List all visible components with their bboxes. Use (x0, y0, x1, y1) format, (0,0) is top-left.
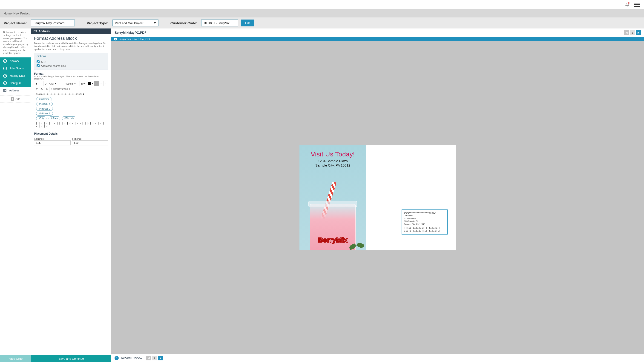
subscript-button[interactable]: X₁ (39, 87, 44, 92)
add-button[interactable]: + Add (0, 96, 31, 102)
address-block-preview: 0*0*0*************************SNGLP John… (402, 209, 448, 234)
x-label: X (inches) (34, 138, 44, 140)
step-mailing-data[interactable]: ✓ Mailing Data (0, 72, 31, 79)
collapse-icon[interactable]: ⌃ (114, 356, 119, 360)
chevron-down-icon (74, 83, 76, 84)
address-editor[interactable]: 0*0*0*************************SNGLP #Ful… (34, 92, 108, 129)
envelope-icon (34, 30, 37, 33)
step-print-specs[interactable]: ✓ Print Specs (0, 65, 31, 72)
postcard-address2: Sample City, PA 15012 (315, 163, 350, 167)
notifications-icon[interactable] (625, 2, 629, 7)
acs-checkbox[interactable] (36, 60, 40, 63)
placement-header: Placement Details (34, 132, 108, 136)
chip-account[interactable]: #Account # (36, 102, 53, 106)
check-icon: ✓ (3, 81, 7, 85)
breadcrumb-home[interactable]: Home (4, 12, 12, 15)
record-next-button[interactable]: ▶ (158, 356, 163, 361)
check-icon: ✓ (3, 59, 7, 63)
page-prev-button[interactable]: ◀ (624, 30, 629, 35)
chip-zipcode[interactable]: #Zipcode (62, 116, 76, 120)
align-left-button[interactable]: ≡ (94, 81, 99, 86)
panel-description: Format the address block with the variab… (34, 42, 108, 51)
customer-code-input[interactable] (201, 19, 238, 26)
chevron-down-icon (84, 83, 86, 84)
postcard-address1: 1234 Sample Plaza (318, 159, 348, 163)
chip-address2[interactable]: #Address 2 (36, 107, 53, 111)
chip-state[interactable]: #State (48, 116, 60, 120)
breadcrumb-current: New Project (13, 12, 30, 15)
font-weight-select[interactable]: Regular (64, 81, 80, 86)
chevron-down-icon (154, 22, 156, 24)
options-header: Options (36, 55, 106, 59)
step-configure[interactable]: ✓ Configure (0, 79, 31, 87)
y-input[interactable] (72, 140, 108, 145)
font-family-select[interactable]: Arial (48, 81, 64, 86)
help-text: Below are the required settings needed t… (0, 28, 31, 57)
check-icon: ✓ (3, 67, 7, 70)
menu-icon[interactable] (634, 3, 640, 7)
project-type-label: Project Type: (87, 21, 108, 25)
step-artwork[interactable]: ✓ Artwork (0, 57, 31, 65)
page-next-button[interactable]: ▶ (636, 30, 641, 35)
place-order-button[interactable]: Place Order (0, 355, 31, 362)
proof-warning: i This preview is not a final proof (111, 37, 644, 41)
preview-filename: BerryMixMayPC.PDF (114, 31, 146, 34)
format-sub: To add a variable type the # symbol in t… (34, 75, 108, 80)
bold-button[interactable]: B (34, 81, 39, 86)
italic-button[interactable]: I (39, 81, 44, 86)
superscript-button[interactable]: X¹ (34, 87, 39, 92)
y-label: Y (inches) (72, 138, 82, 140)
barcode-preview: |||ɪɪ|ɪɪ|ɪ|ɪɪ||ɪ|ɪɪ|ɪ|ɪ||ɪɪɪ|ɪ||ɪ|ɪɪɪ||ɪ… (36, 122, 107, 128)
panel-title: Format Address Block (34, 36, 108, 41)
chevron-down-icon (55, 83, 56, 84)
align-center-button[interactable]: ≡ (99, 81, 104, 86)
brand-logo: BerryMix (318, 236, 348, 244)
align-right-button[interactable]: ≡ (104, 81, 108, 86)
chip-address1[interactable]: #Address 1 (36, 112, 53, 116)
step-address[interactable]: Address (0, 87, 31, 94)
save-continue-button[interactable]: Save and Continue (31, 355, 111, 362)
page-number: 2 (630, 30, 635, 35)
option-endorse[interactable]: Address/Endorse Line (36, 64, 106, 67)
x-input[interactable] (34, 140, 70, 145)
chip-city[interactable]: #City (36, 116, 46, 120)
chevron-down-icon (92, 83, 93, 84)
postcard-headline: Visit Us Today! (311, 151, 355, 158)
breadcrumb: Home > New Project (0, 9, 644, 17)
record-preview-label: Record Preview (121, 356, 142, 360)
panel-header: Address (31, 28, 111, 34)
record-pager: ◀ 2 ▶ (146, 356, 163, 361)
color-picker[interactable] (87, 81, 94, 86)
project-name-label: Project Name: (4, 21, 27, 25)
format-header: Format (34, 72, 108, 75)
check-icon: ✓ (3, 74, 7, 78)
strikethrough-button[interactable]: S (44, 87, 50, 92)
postcard-preview: Visit Us Today! 1234 Sample Plaza Sample… (300, 145, 456, 250)
page-pager: ◀ 2 ▶ (624, 30, 641, 35)
customer-code-label: Customer Code: (170, 21, 197, 25)
insert-variable-select[interactable]: < #insert variable > (50, 87, 86, 92)
font-size-select[interactable]: 10 (80, 81, 87, 86)
project-name-input[interactable] (31, 19, 75, 26)
envelope-icon (3, 89, 6, 92)
record-number: 2 (152, 356, 157, 361)
info-icon: i (114, 38, 117, 40)
plus-icon: + (11, 97, 14, 101)
edit-button[interactable]: Edit (241, 19, 254, 26)
record-prev-button[interactable]: ◀ (146, 356, 151, 361)
endorse-checkbox[interactable] (36, 64, 40, 67)
underline-button[interactable]: U (44, 81, 48, 86)
option-acs[interactable]: ACS (36, 60, 106, 63)
chip-fullname[interactable]: #Fullname (36, 97, 52, 101)
project-type-select[interactable]: Print and Mail Project (112, 19, 158, 26)
